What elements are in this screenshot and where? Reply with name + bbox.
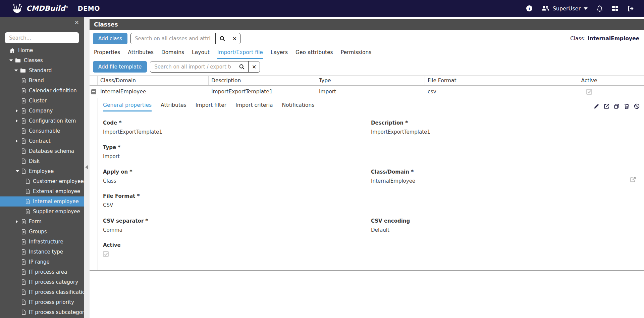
user-menu[interactable]: SuperUser	[541, 5, 588, 12]
caret-right-icon[interactable]	[16, 119, 21, 123]
copy-icon[interactable]	[613, 103, 620, 109]
add-class-button[interactable]: Add class	[93, 33, 127, 44]
trash-icon[interactable]	[624, 103, 630, 109]
info-icon[interactable]: i	[526, 5, 532, 11]
sidebar-item-instance-type[interactable]: Instance type	[0, 247, 84, 257]
tab-properties[interactable]: Properties	[94, 49, 120, 59]
class-search-input[interactable]	[131, 33, 215, 44]
close-icon[interactable]: ✕	[74, 20, 79, 26]
column-header-file-format[interactable]: File Format	[425, 76, 534, 85]
sidebar-item-cluster[interactable]: Cluster	[0, 96, 84, 106]
column-header-type[interactable]: Type	[316, 76, 425, 85]
search-icon[interactable]	[215, 33, 229, 44]
template-search-input[interactable]	[150, 61, 235, 72]
tab-permissions[interactable]: Permissions	[341, 49, 372, 59]
sidebar-item-groups[interactable]: Groups	[0, 227, 84, 237]
collapse-row-icon[interactable]	[91, 89, 96, 94]
column-header-description[interactable]: Description	[209, 76, 316, 85]
field-label: Class/Domain *	[371, 169, 415, 175]
detail-tab-notifications[interactable]: Notifications	[282, 102, 314, 111]
sidebar-item-brand[interactable]: Brand	[0, 76, 84, 86]
app-grid-icon[interactable]	[612, 5, 619, 11]
detail-tab-general-properties[interactable]: General properties	[103, 102, 152, 111]
page-title: Classes	[94, 21, 118, 28]
sidebar-item-label: Customer employee	[33, 178, 84, 184]
detail-tab-import-criteria[interactable]: Import criteria	[235, 102, 273, 111]
clear-icon[interactable]: ✕	[229, 33, 240, 44]
caret-right-icon[interactable]	[16, 220, 21, 223]
sidebar-item-company[interactable]: Company	[0, 106, 84, 116]
edit-box-icon[interactable]	[630, 176, 636, 184]
sidebar-item-it-process-classification[interactable]: IT process classification	[0, 287, 84, 297]
ban-icon[interactable]	[634, 103, 640, 109]
file-icon	[21, 148, 26, 154]
sidebar-item-disk[interactable]: Disk	[0, 156, 84, 166]
page-title-bar: Classes	[90, 19, 644, 30]
sidebar-item-calendar-definition[interactable]: Calendar definition	[0, 86, 84, 96]
sidebar-item-external-employee[interactable]: External employee	[0, 186, 84, 196]
pencil-icon[interactable]	[593, 103, 600, 109]
add-file-template-button[interactable]: Add file template	[93, 61, 147, 73]
sidebar-item-classes[interactable]: Classes	[0, 55, 84, 65]
tab-import-export-file[interactable]: Import/Export file	[217, 49, 263, 59]
sidebar-item-internal-employee[interactable]: Internal employee	[0, 196, 84, 207]
main-panel: Classes Add class ✕ Class: InternalEmplo…	[90, 17, 644, 318]
sidebar-item-consumable[interactable]: Consumable	[0, 126, 84, 136]
field-type: Type * Import	[103, 144, 120, 160]
sidebar-item-infrastructure[interactable]: Infrastructure	[0, 237, 84, 247]
sidebar-item-it-process-priority[interactable]: IT process priority	[0, 297, 84, 307]
sidebar-item-it-process-category[interactable]: IT process category	[0, 277, 84, 287]
tab-attributes[interactable]: Attributes	[128, 49, 154, 59]
sidebar-item-database-schema[interactable]: Database schema	[0, 146, 84, 156]
cell-type: import	[316, 89, 425, 95]
sidebar-item-customer-employee[interactable]: Customer employee	[0, 176, 84, 186]
caret-right-icon[interactable]	[16, 139, 21, 143]
tab-geo-attributes[interactable]: Geo attributes	[296, 49, 333, 59]
sidebar-item-home[interactable]: Home	[0, 45, 84, 55]
column-header-active[interactable]: Active	[534, 76, 644, 85]
sidebar-item-contract[interactable]: Contract	[0, 136, 84, 146]
field-file-format: File Format * CSV	[103, 193, 140, 208]
sidebar-item-configuration-item[interactable]: Configuration item	[0, 116, 84, 126]
sidebar-item-it-process-area[interactable]: IT process area	[0, 267, 84, 277]
sidebar-item-form[interactable]: Form	[0, 217, 84, 227]
sidebar-item-label: Contract	[29, 138, 51, 144]
context-label: Class:	[570, 36, 586, 42]
sidebar-item-label: External employee	[33, 188, 80, 194]
field-label: Code *	[103, 120, 162, 126]
collapse-left-icon[interactable]	[85, 165, 88, 170]
app-window: CMDBuild® DEMO i SuperUser	[0, 0, 644, 318]
tab-domains[interactable]: Domains	[161, 49, 184, 59]
column-header-class-domain[interactable]: Class/Domain	[98, 76, 209, 85]
sidebar-item-supplier-employee[interactable]: Supplier employee	[0, 207, 84, 217]
bell-icon[interactable]	[597, 5, 603, 12]
sidebar-item-standard[interactable]: Standard	[0, 65, 84, 76]
caret-down-icon[interactable]	[9, 59, 15, 61]
field-value: Comma	[103, 227, 148, 233]
edit-box-icon[interactable]	[603, 103, 610, 109]
sidebar-item-it-process-subcategory[interactable]: IT process subcategory	[0, 307, 84, 317]
sidebar-item-employee[interactable]: Employee	[0, 166, 84, 176]
file-icon	[21, 138, 26, 144]
file-icon	[21, 259, 26, 265]
file-icon	[21, 310, 26, 315]
file-icon	[21, 279, 26, 285]
template-table-row[interactable]: InternalEmployee ImportExportTemplate1 i…	[90, 86, 644, 98]
sidebar-item-ip-range[interactable]: IP range	[0, 257, 84, 267]
tab-layout[interactable]: Layout	[192, 49, 210, 59]
detail-tab-import-filter[interactable]: Import filter	[196, 102, 226, 111]
detail-tab-attributes[interactable]: Attributes	[161, 102, 186, 111]
field-value: ImportExportTemplate1	[371, 129, 430, 135]
caret-right-icon[interactable]	[16, 109, 21, 112]
caret-down-icon[interactable]	[14, 70, 20, 72]
search-icon[interactable]	[235, 61, 248, 72]
template-search-box: ✕	[150, 61, 260, 73]
clear-icon[interactable]: ✕	[248, 61, 260, 72]
caret-down-icon[interactable]	[16, 170, 21, 172]
cell-file-format: csv	[425, 89, 534, 95]
file-icon	[21, 118, 26, 124]
sidebar-search-input[interactable]	[5, 32, 79, 43]
tab-layers[interactable]: Layers	[271, 49, 288, 59]
logout-icon[interactable]	[628, 5, 634, 12]
sidebar-splitter[interactable]	[84, 17, 90, 318]
